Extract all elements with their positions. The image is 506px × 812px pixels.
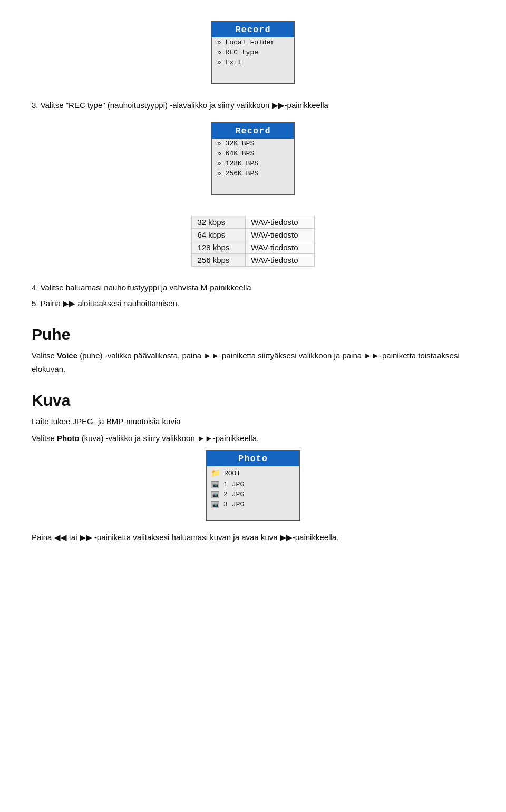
format-cell-0: WAV-tiedosto	[246, 216, 314, 229]
photo-menu-container: Photo 📁 ROOT 📷 1 JPG 📷 2 JPG 📷 3 JPG	[32, 450, 474, 521]
record-menu-1-title: Record	[212, 22, 294, 37]
bitrate-cell-3: 256 kbps	[192, 254, 246, 267]
photo-file-3[interactable]: 📷 3 JPG	[207, 500, 299, 510]
photo-file-1-type: JPG	[232, 481, 244, 488]
photo-file-3-num: 3	[223, 501, 228, 508]
record-menu-2-item-2[interactable]: 128K BPS	[212, 159, 294, 169]
record-menu-1-item-1[interactable]: REC type	[212, 47, 294, 57]
photo-file-2-num: 2	[223, 491, 228, 498]
photo-menu-title: Photo	[207, 451, 299, 466]
record-menu-2-title: Record	[212, 123, 294, 139]
format-cell-2: WAV-tiedosto	[246, 241, 314, 254]
kuva-line2: Valitse Photo (kuva) -valikko ja siirry …	[32, 432, 474, 445]
record-menu-2-item-3[interactable]: 256K BPS	[212, 169, 294, 179]
bitrate-cell-2: 128 kbps	[192, 241, 246, 254]
record-menu-1-item-0[interactable]: Local Folder	[212, 37, 294, 47]
record-menu-2-item-1[interactable]: 64K BPS	[212, 149, 294, 159]
bitrate-table-container: 32 kbpsWAV-tiedosto64 kbpsWAV-tiedosto12…	[32, 210, 474, 272]
puhe-heading: Puhe	[32, 326, 474, 344]
bitrate-row-3: 256 kbpsWAV-tiedosto	[192, 254, 314, 267]
photo-file-3-type: JPG	[232, 501, 244, 508]
image-icon-3: 📷	[211, 501, 219, 508]
bitrate-row-2: 128 kbpsWAV-tiedosto	[192, 241, 314, 254]
bitrate-row-0: 32 kbpsWAV-tiedosto	[192, 216, 314, 229]
record-menu-1: Record Local Folder REC type Exit	[211, 21, 295, 84]
photo-menu-root: 📁 ROOT	[207, 466, 299, 480]
bottom-text: Paina ◀◀ tai ▶▶ -painiketta valitaksesi …	[32, 531, 474, 544]
bitrate-row-1: 64 kbpsWAV-tiedosto	[192, 229, 314, 241]
format-cell-1: WAV-tiedosto	[246, 229, 314, 241]
step5-text: 5. Paina ▶▶ aloittaaksesi nauhoittamisen…	[32, 297, 474, 310]
bitrate-table: 32 kbpsWAV-tiedosto64 kbpsWAV-tiedosto12…	[191, 216, 314, 267]
bitrate-cell-0: 32 kbps	[192, 216, 246, 229]
photo-file-2[interactable]: 📷 2 JPG	[207, 490, 299, 500]
kuva-heading: Kuva	[32, 392, 474, 409]
menu-spacer-2	[212, 179, 294, 194]
record-menu-2-item-0[interactable]: 32K BPS	[212, 139, 294, 149]
photo-menu: Photo 📁 ROOT 📷 1 JPG 📷 2 JPG 📷 3 JPG	[206, 450, 300, 521]
menu-spacer-1	[212, 67, 294, 83]
record-menu-1-container: Record Local Folder REC type Exit	[32, 16, 474, 90]
puhe-body: Valitse Voice (puhe) -valikko päävalikos…	[32, 349, 474, 376]
image-icon-1: 📷	[211, 481, 219, 488]
record-menu-1-item-2[interactable]: Exit	[212, 57, 294, 67]
image-icon-2: 📷	[211, 491, 219, 498]
step3-text: 3. Valitse "REC type" (nauhoitustyyppi) …	[32, 99, 474, 112]
photo-file-1[interactable]: 📷 1 JPG	[207, 480, 299, 490]
photo-root-label: ROOT	[224, 469, 240, 477]
record-menu-2-container: Record 32K BPS 64K BPS 128K BPS 256K BPS	[32, 117, 474, 201]
folder-icon: 📁	[211, 468, 221, 478]
format-cell-3: WAV-tiedosto	[246, 254, 314, 267]
photo-file-2-type: JPG	[232, 491, 244, 498]
photo-file-1-num: 1	[223, 481, 228, 488]
photo-menu-spacer	[207, 510, 299, 520]
step4-text: 4. Valitse haluamasi nauhoitustyyppi ja …	[32, 281, 474, 294]
bitrate-cell-1: 64 kbps	[192, 229, 246, 241]
record-menu-2: Record 32K BPS 64K BPS 128K BPS 256K BPS	[211, 122, 295, 195]
kuva-line1: Laite tukee JPEG- ja BMP-muotoisia kuvia	[32, 415, 474, 428]
